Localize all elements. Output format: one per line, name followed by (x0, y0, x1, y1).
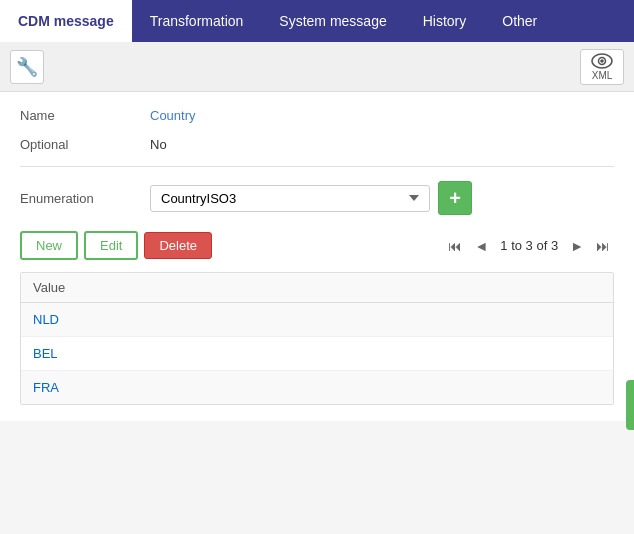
prev-page-button[interactable]: ◄ (470, 236, 492, 256)
first-page-button[interactable]: ⏮ (444, 236, 466, 256)
nav-item-transformation[interactable]: Transformation (132, 0, 262, 42)
optional-label: Optional (20, 137, 150, 152)
enumeration-select[interactable]: CountryISO3 (150, 185, 430, 212)
page-info: 1 to 3 of 3 (500, 238, 558, 253)
toolbar: 🔧 XML (0, 42, 634, 92)
last-page-button[interactable]: ⏭ (592, 236, 614, 256)
row-value-fra: FRA (33, 380, 59, 395)
scroll-accent (626, 380, 634, 430)
name-value: Country (150, 108, 196, 123)
new-button[interactable]: New (20, 231, 78, 260)
row-value-nld: NLD (33, 312, 59, 327)
optional-value: No (150, 137, 167, 152)
prev-page-icon: ◄ (474, 238, 488, 254)
nav-item-history[interactable]: History (405, 0, 485, 42)
svg-point-2 (600, 59, 604, 63)
delete-button[interactable]: Delete (144, 232, 212, 259)
last-page-icon: ⏭ (596, 238, 610, 254)
table-row[interactable]: BEL (21, 337, 613, 371)
optional-row: Optional No (20, 137, 614, 152)
table-header: Value (21, 273, 613, 303)
pagination: ⏮ ◄ 1 to 3 of 3 ► ⏭ (444, 236, 614, 256)
first-page-icon: ⏮ (448, 238, 462, 254)
eye-icon (591, 53, 613, 69)
enumeration-label: Enumeration (20, 191, 150, 206)
next-page-button[interactable]: ► (566, 236, 588, 256)
enumeration-row: Enumeration CountryISO3 + (20, 166, 614, 215)
action-row: New Edit Delete ⏮ ◄ 1 to 3 of 3 ► ⏭ (20, 231, 614, 260)
values-table: Value NLD BEL FRA (20, 272, 614, 405)
table-row[interactable]: NLD (21, 303, 613, 337)
wrench-button[interactable]: 🔧 (10, 50, 44, 84)
edit-button[interactable]: Edit (84, 231, 138, 260)
main-content: Name Country Optional No Enumeration Cou… (0, 92, 634, 421)
xml-button[interactable]: XML (580, 49, 624, 85)
nav-bar: CDM message Transformation System messag… (0, 0, 634, 42)
row-value-bel: BEL (33, 346, 58, 361)
name-row: Name Country (20, 108, 614, 123)
add-enumeration-button[interactable]: + (438, 181, 472, 215)
wrench-icon: 🔧 (16, 56, 38, 78)
nav-item-cdm[interactable]: CDM message (0, 0, 132, 42)
next-page-icon: ► (570, 238, 584, 254)
table-row[interactable]: FRA (21, 371, 613, 404)
nav-item-system[interactable]: System message (261, 0, 404, 42)
nav-item-other[interactable]: Other (484, 0, 555, 42)
name-label: Name (20, 108, 150, 123)
